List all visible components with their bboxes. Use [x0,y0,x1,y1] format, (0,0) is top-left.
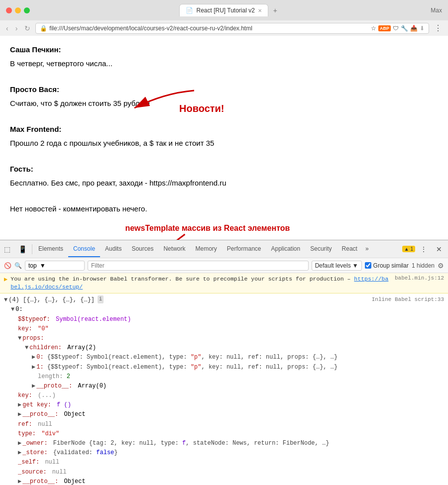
proto0-label: __proto__: [36,382,72,391]
tab-performance[interactable]: Performance [222,241,266,257]
forward-button[interactable]: › [13,23,20,33]
console-context-select[interactable]: top ▼ [25,261,85,271]
console-settings-button[interactable]: ⚙ [438,262,444,270]
sstypeof-line: $$typeof: Symbol(react.element) [18,315,444,324]
devtools-settings-button[interactable]: ⋮ [416,242,431,256]
source-line: _source: null [18,468,444,477]
url-field[interactable]: 🔒 file:///Users/mac/development/local/co… [35,23,429,34]
bottom-annotation: newsTemplate массив из React элементов [125,222,290,235]
tab-network[interactable]: Network [158,241,190,257]
store-key: _store: [22,448,47,458]
children-value: Array(2) [67,343,96,353]
props-expand[interactable]: ▼ [18,334,21,343]
star-icon[interactable]: ☆ [371,25,376,32]
tab-audits[interactable]: Audits [100,241,126,257]
devtools-close-button[interactable]: ✕ [432,242,446,256]
getkey-value: f () [57,400,71,410]
child0-line: ▶ 0: {$$typeof: Symbol(react.element), t… [32,353,444,362]
child0-expand[interactable]: ▶ [32,353,35,362]
props-key: props: [22,334,44,343]
devtools-panel: ⬚ 📱 Elements Console Audits Sources Netw… [0,240,448,485]
sstypeof-value: Symbol(react.element) [56,315,131,324]
line-9: Нет новостей - комментировать нечего. [10,203,438,215]
tab-elements[interactable]: Elements [33,241,68,257]
child1-content: 1: {$$typeof: Symbol(react.element), typ… [36,363,337,372]
warning-text: You are using the in-browser Babel trans… [10,275,392,291]
tab-more[interactable]: » [362,241,372,257]
item0-line: ▼ 0: [11,305,444,314]
owner-line: ▶ _owner: FiberNode {tag: 2, key: null, … [18,439,444,448]
url-text: file:///Users/mac/development/local/cour… [49,25,369,32]
tab-application[interactable]: Application [266,241,306,257]
news-annotation: Новости! [179,100,224,116]
arrow-svg [114,86,214,115]
tab-security[interactable]: Security [305,241,336,257]
ref-value: null [38,420,52,429]
browser-window: 📄 React [RU] Tutorial v2 ✕ + Max ‹ › ↻ 🔒… [0,0,448,485]
key-value: "0" [38,324,49,334]
proto0-expand[interactable]: ▶ [32,382,35,391]
array-badge: i [98,295,104,303]
refresh-button[interactable]: ↻ [22,23,32,33]
owner-expand[interactable]: ▶ [18,439,21,448]
tab-react[interactable]: React [337,241,362,257]
self-key: _self: [18,458,39,467]
browser-menu-button[interactable]: ⋮ [432,22,444,34]
proto1-value: Object [64,410,85,419]
children-expand[interactable]: ▼ [25,343,28,353]
keydots-value: (...) [38,391,56,400]
title-bar: 📄 React [RU] Tutorial v2 ✕ + Max [0,0,448,20]
levels-dropdown[interactable]: Default levels ▼ [312,261,362,271]
back-button[interactable]: ‹ [4,23,10,33]
new-tab-button[interactable]: + [269,4,281,16]
tab-close-icon[interactable]: ✕ [258,8,262,13]
close-button[interactable] [6,7,12,13]
adblock-icon: ABP [378,25,391,31]
source-key: _source: [18,468,47,477]
console-filter-input[interactable] [88,261,309,271]
item0-expand[interactable]: ▼ [11,305,14,314]
context-value: top [28,262,37,269]
address-bar: ‹ › ↻ 🔒 file:///Users/mac/development/lo… [0,20,448,36]
user-label: Max [431,7,442,14]
browser-tab[interactable]: 📄 React [RU] Tutorial v2 ✕ [179,4,268,16]
proto1-expand[interactable]: ▶ [18,410,21,419]
proto2-line: ▶ __proto__: Object [18,477,444,485]
keydots-line: key: (...) [18,391,444,400]
warning-source: babel.min.js:12 [395,275,444,281]
levels-label: Default levels [315,262,351,269]
getkey-line: ▶ get key: f () [18,400,444,410]
console-clear-icon[interactable]: 🚫 [4,262,11,269]
devtools-device-button[interactable]: 📱 [14,242,31,256]
keydots-key: key: [18,391,32,400]
array-expand-arrow[interactable]: ▼ [4,295,7,305]
ref-line: ref: null [18,420,444,429]
devtools-inspect-button[interactable]: ⬚ [0,242,14,256]
array-header: (4) [{…}, {…}, {…}, {…}] [8,295,95,305]
tab-console[interactable]: Console [68,241,100,257]
shield-icon: 🛡 [393,25,399,32]
owner-value: FiberNode {tag: 2, key: null, type: f, s… [53,439,330,448]
line-2: В четверг, четвертого числа... [10,58,438,70]
length-label: length: 2 [38,372,70,382]
children-key: children: [29,343,62,353]
minimize-button[interactable] [15,7,21,13]
group-similar-container: Group similar [365,262,409,269]
tab-sources[interactable]: Sources [126,241,158,257]
group-similar-label: Group similar [373,262,409,269]
store-expand[interactable]: ▶ [18,448,21,458]
tab-memory[interactable]: Memory [190,241,222,257]
extension-icon3: ⬇ [420,25,425,32]
traffic-lights [6,7,30,13]
proto2-expand[interactable]: ▶ [18,477,21,485]
extension-icon2: 📥 [410,25,418,32]
console-bar: 🚫 🔍 top ▼ Default levels ▼ Group similar… [0,258,448,273]
child1-expand[interactable]: ▶ [32,363,35,372]
line-6: Прошло 2 года с прошлых учебников, а $ т… [10,137,438,149]
maximize-button[interactable] [24,7,30,13]
child1-line: ▶ 1: {$$typeof: Symbol(react.element), t… [32,363,444,372]
store-value: {validated: false} [53,448,118,458]
console-filter-icon[interactable]: 🔍 [14,262,22,269]
group-similar-checkbox[interactable] [365,262,371,269]
getkey-expand[interactable]: ▶ [18,400,21,410]
